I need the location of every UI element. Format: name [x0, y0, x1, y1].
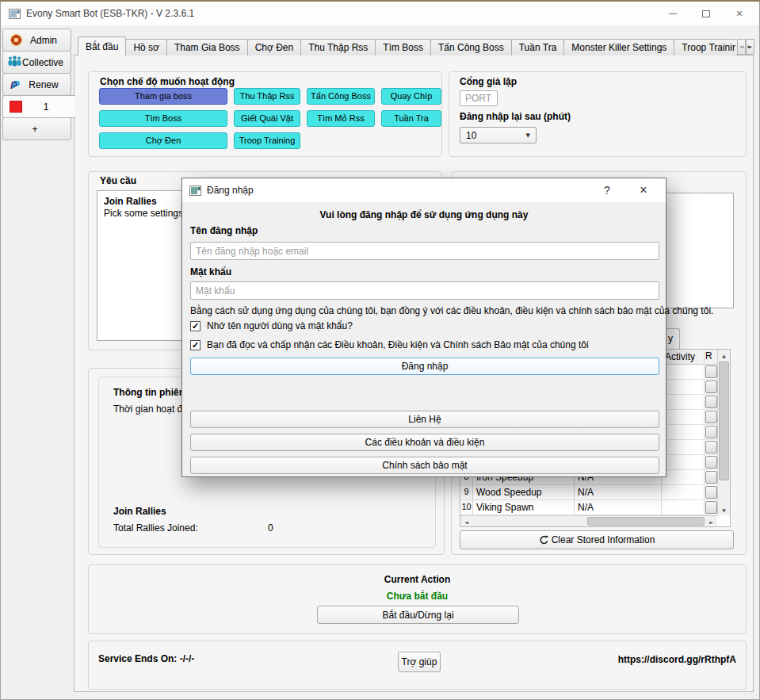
- v-scrollbar[interactable]: ▲ ▼: [717, 350, 730, 515]
- checkbox-checked-icon[interactable]: ✓: [190, 321, 201, 331]
- remember-checkbox[interactable]: ✓ Nhớ tên người dùng và mật khẩu?: [190, 320, 353, 331]
- tab-thu-th-p-rss[interactable]: Thu Thập Rss: [300, 39, 376, 55]
- privacy-button[interactable]: Chính sách bảo mật: [190, 457, 659, 474]
- tab-h-s[interactable]: Hồ sơ: [125, 39, 167, 55]
- tab-tham-gia-boss[interactable]: Tham Gia Boss: [166, 39, 248, 55]
- relogin-label: Đăng nhập lại sau (phút): [460, 111, 571, 122]
- table-cell: [662, 365, 705, 380]
- clear-stored-button[interactable]: Clear Stored Information: [460, 530, 734, 549]
- table-cell: [662, 455, 705, 470]
- request-item-title: Join Rallies: [104, 196, 157, 207]
- table-cell: [662, 500, 705, 515]
- scroll-up-icon[interactable]: ▲: [718, 350, 730, 361]
- total-rallies-label: Total Rallies Joined:: [113, 522, 198, 534]
- close-button[interactable]: ×: [723, 2, 756, 25]
- mode-button-ch-en[interactable]: Chợ Đen: [99, 132, 227, 149]
- start-stop-button[interactable]: Bắt đầu/Dừng lại: [317, 606, 519, 624]
- stats-tab-label: y: [668, 333, 673, 344]
- relogin-select[interactable]: 10 ▼: [460, 127, 537, 143]
- mode-button-thu-th-p-rss[interactable]: Thu Thập Rss: [234, 88, 300, 105]
- dialog-help-button[interactable]: ?: [594, 178, 620, 202]
- port-input[interactable]: [460, 90, 498, 106]
- service-ends-label: Service Ends On: -/-/-: [98, 653, 194, 664]
- sidebar-item-collective[interactable]: Collective: [2, 51, 71, 74]
- people-wrap: [7, 55, 22, 69]
- request-group-title: Yêu cầu: [100, 175, 136, 186]
- row-action-button[interactable]: [705, 441, 717, 453]
- red-square-wrap: [7, 101, 25, 113]
- relogin-value: 10: [466, 130, 476, 141]
- tab-b-t-u[interactable]: Bắt đầu: [78, 36, 126, 55]
- row-action-button[interactable]: [705, 381, 717, 393]
- row-action-button[interactable]: [705, 456, 717, 469]
- v-scroll-thumb[interactable]: [719, 361, 729, 480]
- tab-ch-en[interactable]: Chợ Đen: [247, 39, 302, 55]
- dialog-titlebar[interactable]: Đăng nhập: [182, 178, 666, 202]
- medal-wrap: [7, 34, 25, 46]
- app-window: Evony Smart Bot (ESB-TKR) - V 2.3.6.1 × …: [0, 0, 760, 700]
- scroll-left-icon[interactable]: ◄: [460, 516, 472, 527]
- mode-group-title: Chọn chế độ muốn hoạt động: [100, 76, 235, 87]
- tab-scroll-left-button[interactable]: ◄: [737, 39, 746, 55]
- table-cell: [662, 440, 705, 455]
- mode-button-tham-gia-boss[interactable]: Tham gia boss: [99, 88, 227, 105]
- contact-button[interactable]: Liên Hệ: [190, 411, 659, 428]
- mode-button-t-m-boss[interactable]: Tìm Boss: [99, 110, 227, 127]
- tab-troop-training-set[interactable]: Troop Training Set: [674, 39, 735, 55]
- mode-button-tu-n-tra[interactable]: Tuần Tra: [381, 110, 441, 127]
- sidebar-item-1[interactable]: 1: [2, 95, 75, 118]
- mode-button-quay-ch-p[interactable]: Quay Chíp: [381, 88, 441, 105]
- password-label: Mật khẩu: [190, 266, 231, 277]
- row-action-button[interactable]: [705, 471, 717, 484]
- scroll-right-icon[interactable]: ►: [705, 516, 717, 527]
- discord-link[interactable]: https://discord.gg/rRthpfA: [618, 654, 736, 665]
- tab-t-m-boss[interactable]: Tìm Boss: [375, 39, 431, 55]
- table-cell: N/A: [575, 500, 662, 515]
- h-scroll-thumb[interactable]: [587, 517, 705, 526]
- row-action-button[interactable]: [705, 396, 717, 408]
- sidebar-item-admin[interactable]: Admin: [2, 29, 71, 52]
- row-action-button[interactable]: [705, 486, 717, 499]
- sidebar-item-item[interactable]: +: [2, 117, 71, 140]
- medal-icon: [10, 34, 22, 46]
- row-action-button[interactable]: [705, 365, 717, 378]
- tab-t-n-c-ng-boss[interactable]: Tấn Công Boss: [430, 39, 512, 55]
- tab-scroll-right-button[interactable]: ►: [746, 39, 754, 55]
- mode-button-t-n-c-ng-boss[interactable]: Tấn Công Boss: [307, 88, 375, 105]
- mode-button-t-m-m-rss[interactable]: Tìm Mỏ Rss: [307, 110, 375, 127]
- window-title: Evony Smart Bot (ESB-TKR) - V 2.3.6.1: [26, 8, 194, 19]
- row-action-button[interactable]: [705, 411, 717, 423]
- minimize-icon: [669, 13, 677, 14]
- minimize-button[interactable]: [656, 2, 689, 25]
- accept-checkbox[interactable]: ✓ Bạn đã đọc và chấp nhận các Điều khoản…: [190, 339, 589, 350]
- checkbox-checked-icon[interactable]: ✓: [190, 340, 201, 350]
- terms-button[interactable]: Các điều khoản và điều kiện: [190, 434, 659, 451]
- app-icon: [9, 9, 21, 19]
- mode-button-gi-t-qu-i-v-t[interactable]: Giết Quái Vật: [234, 110, 300, 127]
- password-input[interactable]: [190, 281, 659, 300]
- table-cell: N/A: [575, 485, 662, 500]
- dialog-close-button[interactable]: ×: [631, 178, 656, 202]
- row-action-button[interactable]: [705, 501, 717, 514]
- mode-group: Chọn chế độ muốn hoạt động Tham gia boss…: [88, 71, 442, 157]
- sidebar-item-renew[interactable]: PPRenew: [2, 73, 71, 96]
- sidebar-item-label: +: [7, 124, 71, 135]
- table-cell: [662, 380, 705, 395]
- terms-text: Bằng cách sử dụng ứng dụng của chúng tôi…: [190, 305, 713, 316]
- table-header-cell: Activity: [662, 350, 705, 365]
- login-button[interactable]: Đăng nhập: [190, 358, 659, 375]
- table-cell: 10: [460, 500, 473, 515]
- window-titlebar[interactable]: Evony Smart Bot (ESB-TKR) - V 2.3.6.1 ×: [1, 2, 759, 25]
- session-info-title: Thông tin phiên: [113, 387, 185, 398]
- row-action-button[interactable]: [705, 426, 717, 438]
- mode-button-troop-training[interactable]: Troop Training: [234, 132, 300, 149]
- maximize-icon: [702, 10, 710, 17]
- scroll-down-icon[interactable]: ▼: [718, 504, 730, 515]
- username-input[interactable]: [190, 242, 659, 260]
- h-scrollbar[interactable]: ◄ ►: [460, 515, 717, 526]
- table-cell: [662, 410, 705, 425]
- tab-tu-n-tra[interactable]: Tuần Tra: [511, 39, 565, 55]
- maximize-button[interactable]: [689, 2, 723, 25]
- tab-monster-killer-settings[interactable]: Monster Killer Settings: [563, 39, 674, 55]
- help-button[interactable]: Trợ giúp: [398, 652, 441, 672]
